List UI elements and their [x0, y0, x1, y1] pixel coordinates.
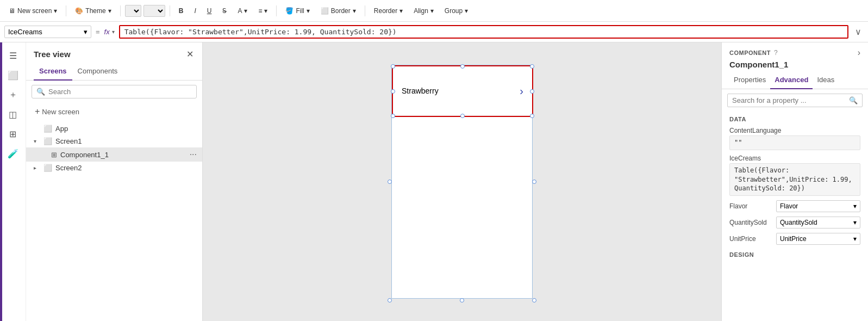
canvas-area[interactable]: Strawberry ›: [203, 42, 721, 321]
handle-tm[interactable]: [460, 64, 465, 69]
handle-tr[interactable]: [530, 64, 534, 69]
plus-icon: +: [35, 107, 40, 116]
handle-br[interactable]: [530, 114, 534, 118]
ice-creams-label: IceCreams: [729, 155, 860, 162]
tree-item-screen2[interactable]: ▸ ⬜ Screen2: [26, 162, 202, 174]
close-btn[interactable]: ✕: [185, 48, 195, 60]
reorder-btn[interactable]: Reorder ▾: [370, 5, 407, 17]
align-icon: ≡: [258, 7, 262, 15]
component1-1-label: Component1_1: [60, 151, 188, 159]
property-search-input[interactable]: [732, 96, 846, 104]
strikethrough-btn[interactable]: S̶: [218, 5, 231, 17]
font-size-select[interactable]: [143, 5, 165, 17]
equals-sign: =: [96, 28, 100, 36]
divider: [66, 5, 66, 16]
phone-handle-bm[interactable]: [460, 298, 464, 303]
screen2-label: Screen2: [55, 164, 197, 172]
tree-view-panel: Tree view ✕ Screens Components 🔍 + New s…: [26, 42, 203, 321]
chevron-down-icon: ▾: [108, 7, 111, 15]
handle-bm[interactable]: [460, 114, 465, 118]
right-tabs: Properties Advanced Ideas: [722, 72, 868, 89]
design-section-label: DESIGN: [722, 247, 868, 260]
text-align-btn[interactable]: ≡ ▾: [254, 5, 272, 17]
data-btn[interactable]: ⊞: [4, 125, 22, 143]
phone-handle-br[interactable]: [532, 298, 536, 303]
divider4: [276, 5, 277, 16]
phone-handle-mr[interactable]: [532, 180, 536, 184]
new-screen-btn[interactable]: 🖥 New screen ▾: [4, 5, 61, 17]
left-icon-strip: ☰ ⬜ ＋ ◫ ⊞ 🧪: [0, 42, 26, 321]
tab-components[interactable]: Components: [72, 64, 123, 81]
list-item-text: Strawberry: [402, 87, 439, 95]
fx-button[interactable]: fx ▾: [104, 28, 115, 36]
content-language-value[interactable]: "": [729, 135, 860, 150]
right-panel: COMPONENT ? › Component1_1 Properties Ad…: [721, 42, 868, 321]
border-btn[interactable]: ⬜ Border ▾: [316, 5, 360, 17]
component-section-label: COMPONENT: [729, 50, 771, 56]
app-icon: ⬜: [43, 125, 52, 133]
toolbar: 🖥 New screen ▾ 🎨 Theme ▾ B I U S̶ A ▾ ≡ …: [0, 0, 868, 22]
expand-icon: ▸: [34, 165, 41, 171]
bold-btn[interactable]: B: [174, 5, 188, 17]
group-btn[interactable]: Group ▾: [440, 5, 472, 17]
chevron-down-icon: ▾: [307, 7, 310, 15]
quantity-sold-prop: QuantitySold QuantitySold ▾: [722, 214, 868, 231]
variables-btn[interactable]: 🧪: [4, 145, 22, 162]
unit-price-prop: UnitPrice UnitPrice ▾: [722, 231, 868, 247]
purple-strip: [0, 42, 2, 321]
fill-btn[interactable]: 🪣 Fill ▾: [281, 5, 314, 17]
component-name-label: Component1_1: [722, 60, 868, 72]
chevron-down-icon: ▾: [465, 7, 468, 15]
font-color-btn[interactable]: A ▾: [233, 5, 252, 17]
align-btn[interactable]: Align ▾: [409, 5, 438, 17]
border-icon: ⬜: [321, 7, 329, 15]
handle-bl[interactable]: [391, 114, 395, 118]
flavor-select[interactable]: Flavor ▾: [776, 200, 860, 212]
italic-btn[interactable]: I: [190, 5, 200, 17]
underline-btn[interactable]: U: [203, 5, 216, 17]
add-screen-btn[interactable]: + New screen: [32, 105, 83, 118]
chevron-down-icon: ▾: [112, 29, 115, 35]
formula-input[interactable]: [119, 25, 848, 39]
theme-btn[interactable]: 🎨 Theme ▾: [71, 5, 115, 17]
help-icon[interactable]: ?: [774, 49, 778, 57]
tree-search-input[interactable]: [48, 88, 192, 96]
screen1-label: Screen1: [55, 137, 197, 145]
handle-mr[interactable]: [530, 89, 534, 94]
tab-screens[interactable]: Screens: [34, 64, 72, 81]
tab-ideas[interactable]: Ideas: [813, 72, 839, 89]
phone-handle-ml[interactable]: [388, 180, 392, 184]
tab-advanced[interactable]: Advanced: [770, 72, 813, 89]
quantity-sold-select[interactable]: QuantitySold ▾: [776, 217, 860, 229]
tree-item-app[interactable]: ⬜ App: [26, 122, 202, 135]
context-menu-icon[interactable]: ···: [190, 150, 197, 159]
chevron-down-icon: ▾: [244, 7, 247, 15]
tab-properties[interactable]: Properties: [729, 72, 770, 89]
new-screen-label: New screen: [42, 108, 79, 116]
data-section-label: DATA: [722, 112, 868, 125]
handle-ml[interactable]: [391, 89, 395, 94]
screen-icon: ⬜: [43, 137, 52, 145]
screen-icon: ⬜: [43, 164, 52, 172]
components-icon-btn[interactable]: ◫: [4, 106, 22, 123]
ice-creams-value[interactable]: Table({Flavor: "Strawbetter",UnitPrice: …: [729, 163, 860, 196]
font-color-icon: A: [238, 7, 242, 15]
app-label: App: [55, 125, 197, 133]
tree-area: ⬜ App ▾ ⬜ Screen1 ⊞ Component1_1 ··· ▸ ⬜…: [26, 120, 202, 321]
plus-btn[interactable]: ＋: [4, 86, 22, 103]
expand-formula-btn[interactable]: ∨: [853, 27, 864, 37]
phone-handle-bl[interactable]: [388, 298, 392, 303]
chevron-down-icon: ▾: [853, 202, 857, 210]
unit-price-select[interactable]: UnitPrice ▾: [776, 233, 860, 245]
expand-icon: ▾: [34, 138, 41, 144]
selected-list-item[interactable]: Strawberry ›: [392, 65, 533, 117]
tree-item-component1-1[interactable]: ⊞ Component1_1 ···: [26, 147, 202, 162]
expand-panel-btn[interactable]: ›: [858, 48, 860, 58]
tree-search-box: 🔍: [32, 85, 197, 98]
name-box[interactable]: IceCreams ▾: [4, 26, 91, 38]
tree-item-screen1[interactable]: ▾ ⬜ Screen1: [26, 135, 202, 147]
font-select[interactable]: [125, 5, 141, 17]
hamburger-btn[interactable]: ☰: [4, 47, 22, 64]
handle-tl[interactable]: [391, 64, 395, 69]
screens-btn[interactable]: ⬜: [4, 66, 22, 84]
